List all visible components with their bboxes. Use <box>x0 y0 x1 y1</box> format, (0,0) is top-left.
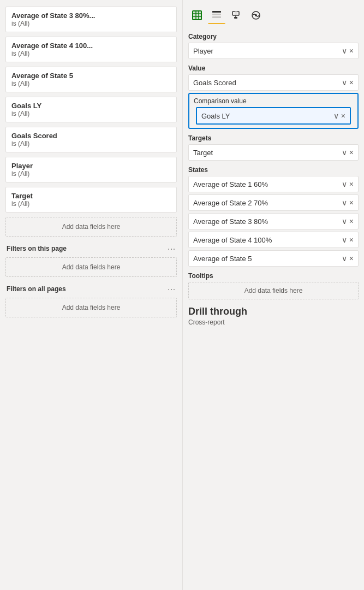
value-section-header: Value <box>183 60 364 73</box>
filter-card-target[interactable]: Target is (All) <box>5 187 177 213</box>
filters-all-pages-menu[interactable]: ··· <box>168 285 176 293</box>
filter-card-player[interactable]: Player is (All) <box>5 157 177 182</box>
add-data-all-pages[interactable]: Add data fields here <box>5 298 177 317</box>
viz-icon-button[interactable] <box>188 7 206 24</box>
filter-value: is (All) <box>11 20 171 27</box>
value-field-row: Goals Scored ∨ × <box>188 74 359 91</box>
filter-name: Average of State 4 100... <box>11 42 171 50</box>
state1-field-actions: ∨ × <box>342 180 354 188</box>
state5-field-value: Average of State 5 <box>193 255 342 263</box>
filter-name: Average of State 3 80%... <box>11 11 171 20</box>
state3-field-row: Average of State 3 80% ∨ × <box>188 213 359 229</box>
comparison-chevron-icon[interactable]: ∨ <box>333 111 339 120</box>
svg-rect-12 <box>234 17 237 19</box>
filter-name: Goals Scored <box>11 132 171 140</box>
category-section-header: Category <box>183 28 364 42</box>
svg-rect-10 <box>235 11 237 15</box>
add-data-visual[interactable]: Add data fields here <box>5 217 177 237</box>
drill-through-sub: Cross-report <box>188 318 359 326</box>
comparison-section-label: Comparison value <box>190 96 356 106</box>
state2-close-icon[interactable]: × <box>349 198 354 207</box>
state3-chevron-icon[interactable]: ∨ <box>342 217 347 226</box>
state2-field-actions: ∨ × <box>342 198 354 207</box>
value-field-actions: ∨ × <box>342 78 354 87</box>
comparison-field-value: Goals LY <box>201 112 333 120</box>
filter-value: is (All) <box>11 80 171 87</box>
filter-value: is (All) <box>11 50 171 57</box>
state5-field-row: Average of State 5 ∨ × <box>188 250 359 267</box>
filter-name: Player <box>11 162 171 170</box>
filter-name: Goals LY <box>11 102 171 110</box>
drill-through-section: Drill through Cross-report <box>183 300 364 328</box>
filter-name: Target <box>11 192 171 200</box>
right-fields-panel: Category Player ∨ × Value Goals Scored ∨… <box>183 0 364 590</box>
state3-close-icon[interactable]: × <box>349 217 354 226</box>
targets-close-icon[interactable]: × <box>349 148 354 157</box>
targets-field-actions: ∨ × <box>342 148 354 157</box>
state5-close-icon[interactable]: × <box>349 254 354 263</box>
add-data-this-page[interactable]: Add data fields here <box>5 257 177 277</box>
comparison-field-actions: ∨ × <box>333 111 345 120</box>
state1-chevron-icon[interactable]: ∨ <box>342 180 347 188</box>
targets-section-header: Targets <box>183 130 364 143</box>
state3-field-value: Average of State 3 80% <box>193 217 342 226</box>
comparison-close-icon[interactable]: × <box>341 111 345 120</box>
drill-through-title: Drill through <box>188 306 359 317</box>
filter-card-goalsly[interactable]: Goals LY is (All) <box>5 97 177 122</box>
fields-icon-button[interactable] <box>208 7 225 24</box>
state4-field-actions: ∨ × <box>342 235 354 244</box>
filters-this-page-row: Filters on this page ··· <box>0 239 182 255</box>
state1-field-row: Average of State 1 60% ∨ × <box>188 176 359 192</box>
value-field-value: Goals Scored <box>193 79 342 87</box>
filter-value: is (All) <box>11 140 171 148</box>
state1-field-value: Average of State 1 60% <box>193 180 342 188</box>
filter-value: is (All) <box>11 200 171 208</box>
state2-field-row: Average of State 2 70% ∨ × <box>188 194 359 211</box>
svg-point-14 <box>255 14 257 16</box>
state2-field-value: Average of State 2 70% <box>193 199 342 207</box>
state4-field-value: Average of State 4 100% <box>193 236 342 244</box>
svg-rect-6 <box>212 11 221 13</box>
value-close-icon[interactable]: × <box>349 78 354 87</box>
filter-value: is (All) <box>11 110 171 117</box>
targets-field-row: Target ∨ × <box>188 144 359 161</box>
targets-field-value: Target <box>193 149 342 157</box>
svg-rect-0 <box>193 11 201 20</box>
filter-card-goalsscored[interactable]: Goals Scored is (All) <box>5 127 177 152</box>
category-close-icon[interactable]: × <box>349 46 354 55</box>
comparison-field-row: Goals LY ∨ × <box>196 107 351 125</box>
filter-name: Average of State 5 <box>11 72 171 80</box>
svg-rect-7 <box>212 14 221 15</box>
analytics-icon-button[interactable] <box>247 7 265 24</box>
state4-chevron-icon[interactable]: ∨ <box>342 235 347 244</box>
filter-card-state3[interactable]: Average of State 3 80%... is (All) <box>5 7 177 32</box>
targets-chevron-icon[interactable]: ∨ <box>342 148 347 157</box>
category-field-row: Player ∨ × <box>188 43 359 59</box>
category-field-actions: ∨ × <box>342 46 354 55</box>
filters-all-pages-row: Filters on all pages ··· <box>0 279 182 296</box>
add-data-tooltips[interactable]: Add data fields here <box>188 282 359 299</box>
state4-field-row: Average of State 4 100% ∨ × <box>188 232 359 248</box>
filters-this-page-menu[interactable]: ··· <box>168 244 176 253</box>
state3-field-actions: ∨ × <box>342 217 354 226</box>
left-filter-panel: Average of State 3 80%... is (All) Avera… <box>0 0 183 590</box>
format-icon-button[interactable] <box>228 7 245 24</box>
value-chevron-icon[interactable]: ∨ <box>342 78 347 87</box>
state5-field-actions: ∨ × <box>342 254 354 263</box>
filter-card-state4[interactable]: Average of State 4 100... is (All) <box>5 37 177 62</box>
state4-close-icon[interactable]: × <box>349 235 354 244</box>
tooltips-section-header: Tooltips <box>183 268 364 281</box>
category-chevron-icon[interactable]: ∨ <box>342 46 347 55</box>
filters-all-pages-label: Filters on all pages <box>7 285 66 293</box>
category-field-value: Player <box>193 47 342 55</box>
filters-this-page-label: Filters on this page <box>7 245 67 252</box>
comparison-block: Comparison value Goals LY ∨ × <box>188 93 359 129</box>
filter-card-state5[interactable]: Average of State 5 is (All) <box>5 67 177 92</box>
state2-chevron-icon[interactable]: ∨ <box>342 198 347 207</box>
states-section-header: States <box>183 162 364 175</box>
state1-close-icon[interactable]: × <box>349 180 354 188</box>
svg-rect-8 <box>212 16 221 18</box>
state5-chevron-icon[interactable]: ∨ <box>342 254 347 263</box>
viz-toolbar <box>183 4 364 28</box>
filter-value: is (All) <box>11 170 171 178</box>
